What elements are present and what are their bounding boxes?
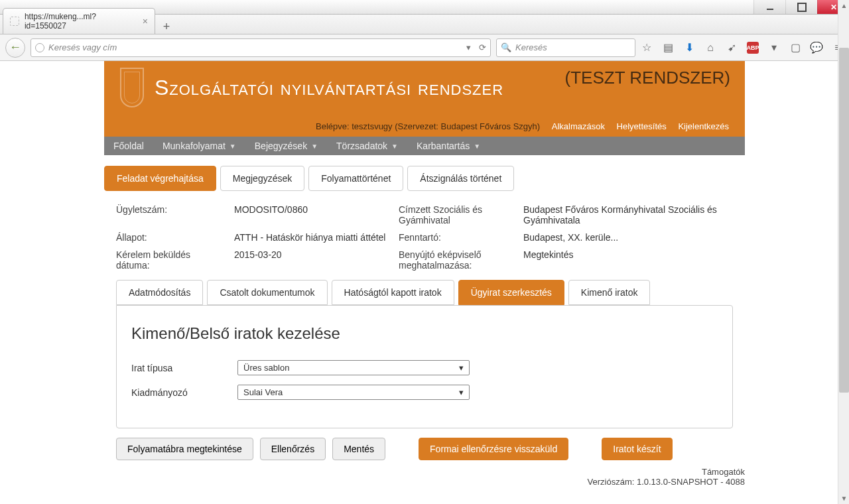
window-maximize[interactable] [785,0,817,14]
chevron-down-icon: ▼ [229,143,236,150]
label-doc-type: Irat típusa [131,363,237,373]
browser-navbar: ← Keresés vagy cím ▾ ⟳ 🔍 Keresés ☆ ▤ ⬇ ⌂… [0,34,849,61]
library-icon[interactable]: ▤ [662,42,674,54]
browser-toolbar: ☆ ▤ ⬇ ⌂ ➹ ABP ▾ ▢ 💬 ≡ [641,42,844,54]
tab-history[interactable]: Folyamattörténet [308,166,403,191]
adblock-icon[interactable]: ABP [747,42,759,54]
panel-icon[interactable]: ▢ [789,42,801,54]
subtab-datamod[interactable]: Adatmódosítás [116,280,203,305]
label-recipient: Címzett Szociális és Gyámhivatal [399,204,511,225]
select-signer-value: Sulai Vera [243,387,283,397]
subtab-outgoing[interactable]: Kimenő iratok [568,280,651,305]
url-bar[interactable]: Keresés vagy cím ▾ ⟳ [31,38,491,57]
chevron-down-icon: ▾ [459,387,464,397]
favicon [10,17,19,26]
sub-tabs: Adatmódosítás Csatolt dokumentumok Hatós… [104,280,745,305]
page-footer: Támogatók Verziószám: 1.0.13.0-SNAPSHOT … [104,462,745,492]
link-apps[interactable]: Alkalmazások [552,121,605,131]
footer-version: Verziószám: 1.0.13.0-SNAPSHOT - 4088 [104,477,745,487]
tab-notes[interactable]: Megjegyzések [220,166,305,191]
window-minimize[interactable] [753,0,785,14]
footer-supporters[interactable]: Támogatók [104,467,745,477]
test-system-label: (TESZT RENDSZER) [565,68,730,88]
subtab-edit[interactable]: Ügyirat szerkesztés [458,280,564,305]
label-sent: Kérelem beküldés dátuma: [116,249,222,271]
search-icon: 🔍 [501,42,511,52]
close-tab-icon[interactable]: × [143,16,148,27]
send-back-button[interactable]: Formai ellenőrzésre visszaküld [419,438,568,460]
scroll-down-icon[interactable]: ▼ [838,493,849,504]
browser-tab[interactable]: https://mukeng...ml?id=1550027 × [3,8,155,34]
case-meta: Ügyletszám: MODOSITO/0860 Címzett Szociá… [104,195,745,280]
label-status: Állapot: [116,232,222,243]
chevron-down-icon: ▼ [311,143,318,150]
value-sent: 2015-03-20 [234,249,387,271]
label-maintainer: Fenntartó: [399,232,511,243]
subtab-attach[interactable]: Csatolt dokumentumok [207,280,327,305]
panel-heading: Kimenő/Belső iratok kezelése [131,324,718,343]
view-flow-button[interactable]: Folyamatábra megtekintése [116,438,253,460]
url-placeholder: Keresés vagy cím [48,42,117,52]
save-button[interactable]: Mentés [332,438,385,460]
globe-icon [35,43,44,52]
document-panel: Kimenő/Belső iratok kezelése Irat típusa… [116,305,733,428]
tab-exec[interactable]: Feladat végrehajtása [104,166,216,191]
nav-workflow[interactable]: Munkafolyamat▼ [153,137,245,155]
home-icon[interactable]: ⌂ [704,42,716,54]
nav-masterdata[interactable]: Törzsadatok▼ [327,137,407,155]
login-text: Belépve: tesztsvugy (Szervezet: Budapest… [316,121,540,131]
scroll-up-icon[interactable]: ▲ [838,0,849,11]
link-logout[interactable]: Kijelentkezés [678,121,729,131]
label-signer: Kiadmányozó [131,387,237,398]
value-caseno: MODOSITO/0860 [234,204,387,225]
bookmark-star-icon[interactable]: ☆ [641,42,653,54]
send-icon[interactable]: ➹ [726,42,738,54]
top-tabs: Feladat végrehajtása Megjegyzések Folyam… [104,166,745,191]
value-auth[interactable]: Megtekintés [523,249,733,271]
app-header: (TESZT RENDSZER) Szolgáltatói nyilvántar… [104,61,745,137]
value-recipient: Budapest Főváros Kormányhivatal Szociáli… [523,204,733,225]
action-buttons: Folyamatábra megtekintése Ellenőrzés Men… [104,428,745,462]
value-status: ATTH - Hatáskör hiánya miatti áttétel [234,232,387,243]
value-maintainer: Budapest, XX. kerüle... [523,232,733,243]
make-doc-button[interactable]: Iratot készít [602,438,672,460]
nav-maintenance[interactable]: Karbantartás▼ [407,137,490,155]
main-nav: Főoldal Munkafolyamat▼ Bejegyzések▼ Törz… [104,137,745,155]
chat-icon[interactable]: 💬 [811,42,822,54]
downloads-icon[interactable]: ⬇ [683,42,695,54]
select-signer[interactable]: Sulai Vera ▾ [237,385,470,400]
chevron-down-icon: ▼ [474,143,480,150]
vertical-scrollbar[interactable]: ▲ ▼ [838,0,849,504]
subtab-received[interactable]: Hatóságtól kapott iratok [332,280,454,305]
bookmark-ribbon-icon[interactable]: ▾ [768,42,780,54]
check-button[interactable]: Ellenőrzés [260,438,326,460]
select-doc-type-value: Üres sablon [243,363,289,373]
search-placeholder: Keresés [515,42,547,52]
chevron-down-icon: ▼ [391,143,398,150]
crest-icon [120,68,144,107]
login-bar: Belépve: tesztsvugy (Szervezet: Budapest… [120,117,729,131]
url-dropdown-icon[interactable]: ▾ [466,42,471,52]
tab-title: https://mukeng...ml?id=1550027 [25,12,137,31]
chevron-down-icon: ▾ [459,363,464,373]
select-doc-type[interactable]: Üres sablon ▾ [237,360,470,375]
scroll-thumb[interactable] [839,48,849,393]
label-caseno: Ügyletszám: [116,204,222,225]
reload-icon[interactable]: ⟳ [479,42,486,52]
label-auth: Benyújtó eképviselő meghatalmazása: [399,249,511,271]
app-title: Szolgáltatói nyilvántartási rendszer [155,76,503,100]
tab-reassign[interactable]: Átszignálás történet [407,166,514,191]
nav-entries[interactable]: Bejegyzések▼ [245,137,327,155]
search-bar[interactable]: 🔍 Keresés [496,38,635,57]
link-substitute[interactable]: Helyettesítés [617,121,667,131]
browser-tabbar: https://mukeng...ml?id=1550027 × + [0,15,849,34]
new-tab-button[interactable]: + [158,19,175,34]
back-button[interactable]: ← [5,38,25,58]
nav-home[interactable]: Főoldal [104,137,153,155]
